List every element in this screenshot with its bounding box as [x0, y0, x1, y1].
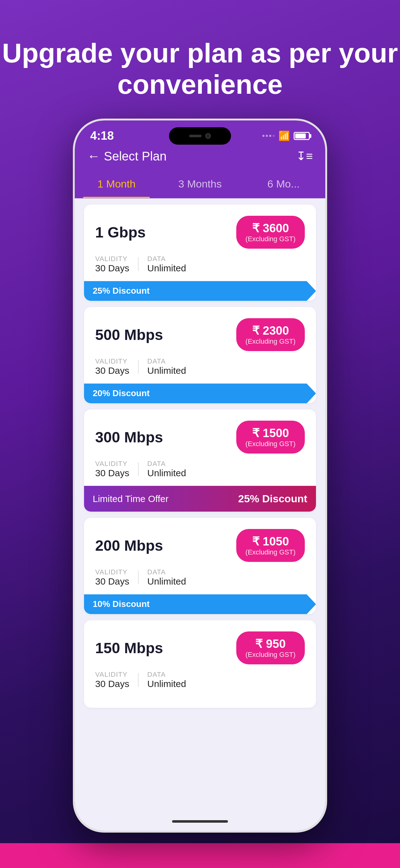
plan-card-500mbps[interactable]: 500 Mbps ₹ 2300 (Excluding GST) VALIDITY… — [84, 307, 316, 403]
data-value-200mbps: Unlimited — [147, 576, 186, 587]
price-tax-300mbps: (Excluding GST) — [245, 440, 296, 448]
validity-label-300mbps: VALIDITY — [95, 460, 129, 468]
discount-banner-500mbps: 20% Discount — [84, 383, 316, 403]
validity-value-150mbps: 30 Days — [95, 679, 129, 689]
phone-frame: 4:18 📶 ← Select — [73, 119, 327, 833]
price-amount-150mbps: ₹ 950 — [245, 637, 296, 651]
validity-value-300mbps: 30 Days — [95, 468, 129, 478]
back-arrow-icon: ← — [87, 149, 100, 164]
data-label-150mbps: DATA — [147, 671, 186, 679]
price-tax-1gbps: (Excluding GST) — [245, 235, 296, 243]
validity-value-1gbps: 30 Days — [95, 263, 129, 274]
price-amount-500mbps: ₹ 2300 — [245, 324, 296, 337]
price-tax-500mbps: (Excluding GST) — [245, 337, 296, 345]
plan-card-300mbps[interactable]: 300 Mbps ₹ 1500 (Excluding GST) VALIDITY… — [84, 409, 316, 512]
plan-name-500mbps: 500 Mbps — [95, 326, 163, 343]
plans-list: 1 Gbps ₹ 3600 (Excluding GST) VALIDITY 3… — [75, 198, 325, 812]
page-title: Select Plan — [104, 149, 167, 163]
offer-discount-300mbps: 25% Discount — [238, 493, 307, 505]
price-badge-1gbps: ₹ 3600 (Excluding GST) — [236, 216, 305, 249]
plan-name-150mbps: 150 Mbps — [95, 640, 163, 657]
price-badge-500mbps: ₹ 2300 (Excluding GST) — [236, 318, 305, 351]
offer-label-300mbps: Limited Time Offer — [93, 494, 169, 504]
discount-banner-1gbps: 25% Discount — [84, 281, 316, 301]
di-bar — [189, 135, 202, 137]
price-amount-200mbps: ₹ 1050 — [245, 535, 296, 548]
validity-label-200mbps: VALIDITY — [95, 568, 129, 576]
status-bar: 4:18 📶 — [75, 120, 325, 146]
price-amount-300mbps: ₹ 1500 — [245, 426, 296, 440]
tab-6months[interactable]: 6 Mo... — [242, 170, 325, 198]
signal-dots — [262, 135, 275, 137]
data-label-1gbps: DATA — [147, 255, 186, 263]
tab-1month[interactable]: 1 Month — [75, 170, 158, 198]
plan-card-150mbps[interactable]: 150 Mbps ₹ 950 (Excluding GST) VALIDITY … — [84, 620, 316, 708]
phone-inner: 4:18 📶 ← Select — [75, 120, 325, 831]
status-time: 4:18 — [90, 129, 114, 143]
data-label-200mbps: DATA — [147, 568, 186, 576]
data-value-150mbps: Unlimited — [147, 679, 186, 689]
status-icons: 📶 — [262, 130, 310, 141]
plan-card-1gbps[interactable]: 1 Gbps ₹ 3600 (Excluding GST) VALIDITY 3… — [84, 205, 316, 301]
validity-label-1gbps: VALIDITY — [95, 255, 129, 263]
back-button[interactable]: ← Select Plan — [87, 149, 167, 164]
sort-icon[interactable]: ↧≡ — [296, 149, 313, 163]
validity-label-150mbps: VALIDITY — [95, 671, 129, 679]
plan-name-300mbps: 300 Mbps — [95, 429, 163, 446]
di-circle — [205, 133, 211, 139]
plan-name-200mbps: 200 Mbps — [95, 537, 163, 554]
price-tax-200mbps: (Excluding GST) — [245, 548, 296, 556]
data-label-300mbps: DATA — [147, 460, 186, 468]
validity-label-500mbps: VALIDITY — [95, 357, 129, 365]
plan-name-1gbps: 1 Gbps — [95, 224, 146, 241]
home-indicator — [75, 812, 325, 831]
home-bar — [172, 820, 228, 823]
validity-value-500mbps: 30 Days — [95, 365, 129, 376]
top-bar: ← Select Plan ↧≡ — [75, 146, 325, 170]
price-amount-1gbps: ₹ 3600 — [245, 221, 296, 235]
data-value-300mbps: Unlimited — [147, 468, 186, 478]
data-value-500mbps: Unlimited — [147, 365, 186, 376]
data-label-500mbps: DATA — [147, 357, 186, 365]
offer-banner-300mbps: Limited Time Offer 25% Discount — [84, 486, 316, 512]
data-value-1gbps: Unlimited — [147, 263, 186, 274]
battery-icon — [294, 132, 310, 140]
tabs-bar: 1 Month 3 Months 6 Mo... — [75, 170, 325, 198]
validity-value-200mbps: 30 Days — [95, 576, 129, 587]
price-badge-150mbps: ₹ 950 (Excluding GST) — [236, 631, 305, 664]
plan-card-200mbps[interactable]: 200 Mbps ₹ 1050 (Excluding GST) VALIDITY… — [84, 518, 316, 614]
dynamic-island — [169, 127, 231, 145]
price-badge-300mbps: ₹ 1500 (Excluding GST) — [236, 421, 305, 454]
bottom-strip — [0, 843, 400, 868]
price-tax-150mbps: (Excluding GST) — [245, 651, 296, 658]
hero-section: Upgrade your plan as per your convenienc… — [0, 37, 400, 100]
discount-banner-200mbps: 10% Discount — [84, 594, 316, 614]
wifi-icon: 📶 — [278, 130, 290, 141]
price-badge-200mbps: ₹ 1050 (Excluding GST) — [236, 529, 305, 562]
tab-3months[interactable]: 3 Months — [158, 170, 241, 198]
hero-title: Upgrade your plan as per your convenienc… — [0, 37, 400, 100]
